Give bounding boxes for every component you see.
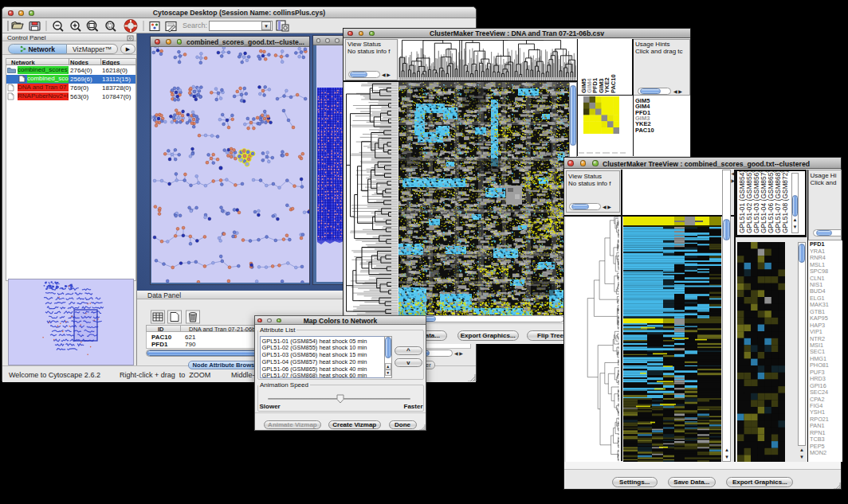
svg-text:PAC10: PAC10: [635, 127, 654, 134]
svg-text:MON2: MON2: [810, 449, 826, 456]
svg-text:PAC10: PAC10: [609, 74, 616, 93]
svg-text:GPL51-08 (GSM872): GPL51-08 (GSM872): [780, 171, 788, 233]
